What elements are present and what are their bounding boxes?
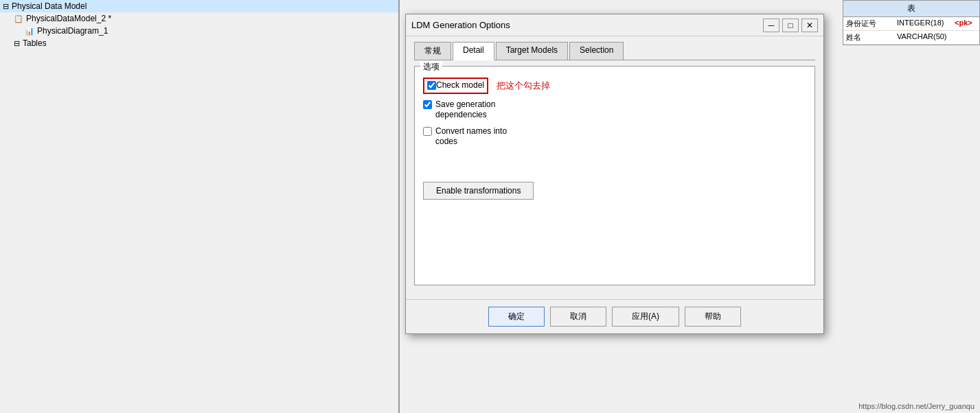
tree-label-4: Tables: [23, 38, 47, 48]
cell-col2-1: INTEGER(18): [897, 19, 952, 29]
tree-icon: ⊟: [3, 2, 9, 11]
tree-icon-2: 📋: [14, 14, 23, 23]
dialog-title: LDM Generation Options: [411, 20, 510, 30]
save-generation-checkbox[interactable]: [423, 100, 432, 109]
check-model-label[interactable]: Check model: [436, 80, 484, 91]
ldm-generation-options-dialog: LDM Generation Options ─ □ ✕ 常规 Detail T…: [405, 14, 824, 334]
apply-button[interactable]: 应用(A): [612, 307, 679, 327]
annotation-text: 把这个勾去掉: [497, 80, 550, 92]
table-preview-header: 表: [843, 1, 979, 17]
vertical-divider: [398, 0, 400, 413]
help-button[interactable]: 帮助: [685, 307, 741, 327]
cell-col3-2: [955, 32, 975, 43]
tree-icon-4: ⊟: [14, 39, 20, 48]
tab-selection[interactable]: Selection: [569, 42, 624, 60]
tree-item-tables[interactable]: ⊟ Tables: [11, 37, 398, 49]
check-model-checkbox[interactable]: [427, 81, 436, 90]
tree-item-physical-diagram[interactable]: 📊 PhysicalDiagram_1: [22, 25, 398, 37]
group-legend: 选项: [420, 61, 442, 73]
table-row-1: 身份证号 INTEGER(18) <pk>: [843, 17, 979, 31]
cancel-button[interactable]: 取消: [550, 307, 606, 327]
url-bar: https://blog.csdn.net/Jerry_guanqu: [858, 402, 975, 410]
table-row-2: 姓名 VARCHAR(50): [843, 31, 979, 45]
minimize-button[interactable]: ─: [763, 19, 779, 32]
tree-item-physical-data-model[interactable]: ⊟ Physical Data Model: [0, 0, 398, 12]
tree-label-3: PhysicalDiagram_1: [37, 26, 108, 36]
dialog-footer: 确定 取消 应用(A) 帮助: [406, 299, 823, 333]
check-model-row: Check model 把这个勾去掉: [423, 78, 806, 94]
cell-col1-2: 姓名: [846, 32, 894, 43]
tree-icon-3: 📊: [25, 27, 34, 36]
tree-label-2: PhysicalDataModel_2 *: [26, 14, 111, 23]
options-group-box: 选项 Check model 把这个勾去掉 Save generation de…: [414, 66, 815, 285]
titlebar-controls: ─ □ ✕: [763, 19, 818, 32]
ok-button[interactable]: 确定: [488, 307, 545, 327]
tree-item-physical-data-model-2[interactable]: 📋 PhysicalDataModel_2 *: [11, 12, 398, 25]
check-model-highlight-box: Check model: [423, 78, 488, 94]
maximize-button[interactable]: □: [782, 19, 799, 32]
save-generation-row: Save generation dependencies: [423, 99, 806, 121]
tree-label: Physical Data Model: [12, 1, 87, 11]
cell-col2-2: VARCHAR(50): [897, 32, 952, 43]
cell-col1-1: 身份证号: [846, 19, 894, 29]
tab-target-models[interactable]: Target Models: [496, 42, 568, 60]
enable-transformations-wrapper: Enable transformations: [423, 168, 806, 200]
enable-transformations-button[interactable]: Enable transformations: [423, 182, 534, 200]
tab-detail[interactable]: Detail: [453, 42, 494, 60]
tabs-bar: 常规 Detail Target Models Selection: [414, 42, 815, 60]
table-preview: 表 身份证号 INTEGER(18) <pk> 姓名 VARCHAR(50): [843, 0, 980, 45]
cell-col3-1: <pk>: [955, 19, 975, 29]
save-generation-label[interactable]: Save generation dependencies: [435, 99, 495, 121]
convert-names-row: Convert names into codes: [423, 126, 806, 148]
dialog-titlebar: LDM Generation Options ─ □ ✕: [406, 14, 823, 36]
left-panel: ⊟ Physical Data Model 📋 PhysicalDataMode…: [0, 0, 398, 413]
convert-names-checkbox[interactable]: [423, 127, 432, 136]
close-button[interactable]: ✕: [801, 19, 818, 32]
tab-changgui[interactable]: 常规: [414, 42, 451, 60]
convert-names-label[interactable]: Convert names into codes: [435, 126, 507, 148]
dialog-content: 常规 Detail Target Models Selection 选项 Che…: [406, 36, 823, 299]
